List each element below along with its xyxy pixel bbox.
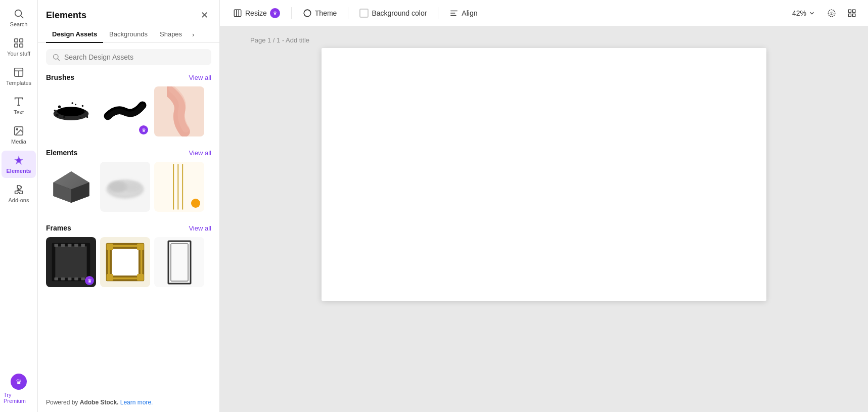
more-options-button[interactable]: [844, 5, 860, 21]
svg-point-19: [82, 105, 84, 107]
element-orange-dot: [191, 199, 200, 208]
elements-panel: Elements ✕ Design Assets Backgrounds Sha…: [38, 0, 220, 412]
sidebar-label-your-stuff: Your stuff: [7, 51, 30, 57]
close-panel-button[interactable]: ✕: [197, 8, 211, 22]
svg-rect-61: [171, 244, 188, 281]
element-cloud-icon: [104, 170, 147, 203]
svg-rect-48: [61, 278, 65, 281]
sidebar-item-elements[interactable]: Elements: [2, 151, 36, 178]
sidebar-item-search[interactable]: Search: [2, 4, 36, 31]
svg-rect-45: [74, 244, 78, 247]
panel-title: Elements: [46, 10, 86, 21]
svg-rect-62: [234, 10, 241, 17]
tab-design-assets[interactable]: Design Assets: [46, 26, 103, 43]
canvas-area: Page 1 / 1 - Add title: [220, 26, 868, 412]
resize-premium-icon: ♛: [270, 8, 280, 18]
search-input[interactable]: [64, 53, 205, 61]
theme-icon: [303, 9, 312, 18]
svg-point-14: [54, 55, 58, 59]
sidebar-item-addons[interactable]: Add-ons: [2, 180, 36, 207]
svg-point-24: [84, 111, 86, 113]
grid-options-icon: [847, 9, 856, 18]
svg-rect-58: [107, 274, 113, 281]
svg-point-28: [71, 102, 73, 104]
svg-rect-69: [848, 10, 851, 12]
separator-2: [348, 7, 348, 19]
search-input-icon: [52, 53, 60, 61]
resize-button[interactable]: Resize ♛: [228, 5, 285, 21]
brush-item-2[interactable]: ♛: [100, 86, 150, 136]
svg-point-22: [79, 117, 81, 119]
svg-point-36: [124, 182, 141, 192]
background-color-button[interactable]: Background color: [354, 6, 432, 21]
svg-point-25: [62, 109, 80, 116]
page-label: Page 1 / 1 - Add title: [250, 36, 309, 44]
svg-rect-2: [15, 39, 18, 42]
element-lines-icon: [165, 162, 193, 212]
sidebar-label-addons: Add-ons: [9, 197, 29, 203]
svg-point-20: [75, 104, 76, 105]
svg-rect-72: [853, 14, 855, 16]
tab-more-button[interactable]: ›: [188, 26, 198, 42]
sidebar-label-media: Media: [11, 139, 26, 145]
undo-button[interactable]: ①: [824, 5, 840, 21]
element-item-2[interactable]: [100, 162, 150, 212]
svg-point-21: [63, 116, 65, 118]
align-button[interactable]: Align: [444, 6, 482, 21]
sidebar-item-templates[interactable]: Templates: [2, 63, 36, 90]
frame-item-3[interactable]: [154, 237, 204, 287]
element-item-1[interactable]: [46, 162, 96, 212]
toolbar: Resize ♛ Theme Background color: [220, 0, 868, 26]
svg-rect-5: [20, 44, 23, 47]
tab-backgrounds[interactable]: Backgrounds: [103, 26, 154, 43]
svg-point-23: [56, 114, 59, 117]
svg-rect-70: [853, 10, 855, 12]
frames-view-all-button[interactable]: View all: [189, 224, 211, 232]
frame-gold-icon: [104, 241, 147, 284]
frame-item-2[interactable]: [100, 237, 150, 287]
crown-icon: ♛: [16, 378, 22, 386]
svg-rect-49: [68, 278, 72, 281]
elements-section-title: Elements: [46, 149, 77, 157]
image-icon: [13, 125, 24, 136]
tab-shapes[interactable]: Shapes: [154, 26, 188, 43]
frame-item-1[interactable]: ♛: [46, 237, 96, 287]
search-box: [46, 49, 211, 65]
panel-content: Brushes View all: [38, 71, 219, 395]
try-premium-button[interactable]: ♛ Try Premium: [2, 370, 36, 408]
element-item-3[interactable]: [154, 162, 204, 212]
sidebar-item-media[interactable]: Media: [2, 121, 36, 149]
elements-icon: [13, 155, 24, 166]
svg-point-27: [86, 116, 88, 118]
zoom-control[interactable]: 42%: [788, 7, 819, 19]
svg-point-26: [54, 110, 56, 112]
svg-rect-57: [137, 244, 144, 250]
undo-icon: ①: [827, 9, 836, 18]
svg-rect-59: [137, 274, 144, 281]
brushes-grid: ♛: [46, 86, 211, 136]
svg-rect-46: [81, 244, 85, 247]
frames-title: Frames: [46, 224, 71, 232]
align-label: Align: [462, 9, 477, 17]
premium-badge-brush-2: ♛: [139, 125, 148, 134]
sidebar-item-text[interactable]: Text: [2, 92, 36, 119]
sidebar-item-your-stuff[interactable]: Your stuff: [2, 33, 36, 61]
adobe-stock-text: Powered by Adobe Stock. Learn more.: [38, 395, 219, 412]
type-icon: [13, 96, 24, 107]
brush-stroke-pink-icon: [167, 86, 192, 136]
adobe-learn-more-link[interactable]: Learn more.: [120, 399, 153, 406]
brush-item-3[interactable]: [154, 86, 204, 136]
brush-item-1[interactable]: [46, 86, 96, 136]
separator-1: [291, 7, 292, 19]
resize-label: Resize: [245, 9, 267, 17]
brushes-section: Brushes View all: [46, 71, 211, 136]
sidebar-label-search: Search: [10, 21, 28, 27]
svg-rect-42: [54, 244, 58, 247]
panel-header: Elements ✕: [38, 0, 219, 22]
brushes-view-all-button[interactable]: View all: [189, 74, 211, 81]
svg-rect-4: [15, 44, 18, 47]
separator-3: [438, 7, 438, 19]
canvas[interactable]: [322, 48, 766, 301]
elements-view-all-button[interactable]: View all: [189, 149, 211, 157]
theme-button[interactable]: Theme: [298, 6, 342, 21]
